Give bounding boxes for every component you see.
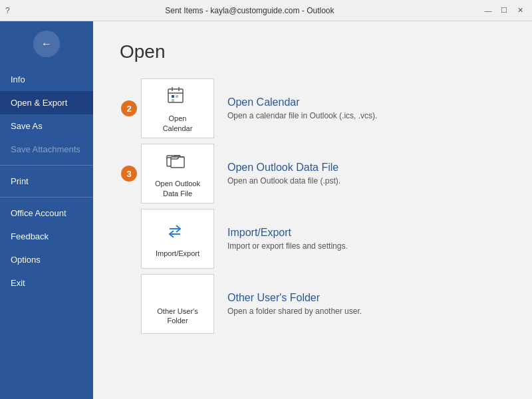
- svg-rect-6: [172, 99, 174, 102]
- sidebar-item-print[interactable]: Print: [0, 170, 93, 193]
- option-desc-import-export: Import or export files and settings.: [227, 241, 505, 251]
- sidebar-item-exit[interactable]: Exit: [0, 271, 93, 295]
- option-card-open-outlook-data-file[interactable]: Open OutlookData File: [141, 144, 214, 203]
- sidebar: ← InfoOpen & ExportSave AsSave Attachmen…: [0, 21, 93, 399]
- option-card-open-calendar[interactable]: OpenCalendar: [141, 78, 214, 138]
- option-desc-open-outlook-data-file: Open an Outlook data file (.pst).: [227, 176, 505, 186]
- svg-rect-5: [176, 95, 178, 98]
- minimize-button[interactable]: —: [481, 4, 495, 17]
- main-content: Open 2 OpenCalendarOpen CalendarOpen a c…: [93, 21, 532, 399]
- option-info-other-users-folder: Other User's FolderOpen a folder shared …: [227, 292, 505, 316]
- import-icon: [166, 220, 190, 245]
- pst-icon: [166, 150, 190, 175]
- sidebar-divider: [0, 197, 93, 198]
- option-card-label-open-outlook-data-file: Open OutlookData File: [155, 179, 200, 198]
- close-button[interactable]: ✕: [513, 4, 527, 17]
- option-info-import-export: Import/ExportImport or export files and …: [227, 227, 505, 251]
- option-card-label-import-export: Import/Export: [156, 249, 200, 258]
- option-card-label-open-calendar: OpenCalendar: [163, 114, 193, 133]
- window-controls: — ☐ ✕: [481, 4, 527, 17]
- option-card-import-export[interactable]: Import/Export: [141, 209, 214, 269]
- maximize-button[interactable]: ☐: [497, 4, 511, 17]
- option-info-open-outlook-data-file: Open Outlook Data FileOpen an Outlook da…: [227, 162, 505, 186]
- sidebar-item-office-account[interactable]: Office Account: [0, 201, 93, 225]
- back-icon: ←: [41, 38, 52, 50]
- back-button[interactable]: ←: [33, 31, 60, 57]
- option-title-import-export: Import/Export: [227, 227, 505, 239]
- option-card-other-users-folder[interactable]: Other User'sFolder: [141, 274, 214, 334]
- page-title: Open: [120, 41, 505, 63]
- sidebar-item-options[interactable]: Options: [0, 248, 93, 271]
- sidebar-nav: InfoOpen & ExportSave AsSave Attachments…: [0, 68, 93, 295]
- option-title-other-users-folder: Other User's Folder: [227, 292, 505, 304]
- option-row-open-outlook-data-file: 3 Open OutlookData FileOpen Outlook Data…: [141, 144, 505, 203]
- svg-rect-4: [172, 95, 174, 98]
- option-row-other-users-folder: Other User'sFolderOther User's FolderOpe…: [141, 274, 505, 334]
- calendar-icon: [166, 85, 190, 110]
- step-badge-open-outlook-data-file: 3: [121, 166, 137, 182]
- option-row-import-export: Import/ExportImport/ExportImport or expo…: [141, 209, 505, 269]
- option-title-open-outlook-data-file: Open Outlook Data File: [227, 162, 505, 174]
- app-body: ← InfoOpen & ExportSave AsSave Attachmen…: [0, 21, 532, 399]
- sidebar-divider: [0, 165, 93, 166]
- window-title: Sent Items - kayla@customguide.com - Out…: [18, 6, 481, 15]
- sidebar-item-info[interactable]: Info: [0, 68, 93, 91]
- sidebar-item-save-attachments: Save Attachments: [0, 138, 93, 161]
- help-button[interactable]: ?: [5, 6, 10, 15]
- option-row-open-calendar: 2 OpenCalendarOpen CalendarOpen a calend…: [141, 78, 505, 138]
- sidebar-item-open-export[interactable]: Open & Export: [0, 91, 93, 114]
- option-card-label-other-users-folder: Other User'sFolder: [157, 307, 198, 326]
- sidebar-item-save-as[interactable]: Save As: [0, 114, 93, 138]
- option-info-open-calendar: Open CalendarOpen a calendar file in Out…: [227, 96, 505, 120]
- sidebar-item-feedback[interactable]: Feedback: [0, 225, 93, 248]
- option-desc-open-calendar: Open a calendar file in Outlook (.ics, .…: [227, 111, 505, 120]
- option-desc-other-users-folder: Open a folder shared by another user.: [227, 307, 505, 316]
- title-bar: ? Sent Items - kayla@customguide.com - O…: [0, 0, 532, 21]
- step-badge-open-calendar: 2: [121, 100, 137, 116]
- options-list: 2 OpenCalendarOpen CalendarOpen a calend…: [120, 78, 505, 336]
- option-title-open-calendar: Open Calendar: [227, 96, 505, 108]
